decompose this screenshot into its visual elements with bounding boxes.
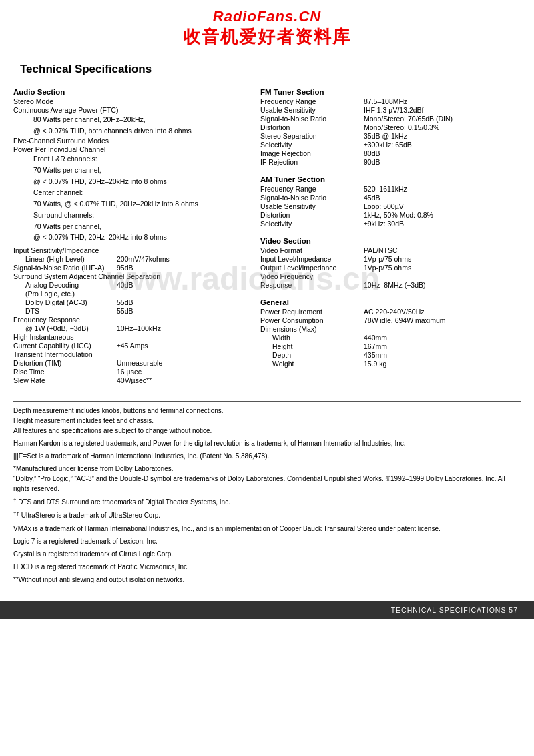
- dim-weight: Weight 15.9 kg: [260, 360, 521, 368]
- spec-row-hcc-2: Current Capability (HCC) ±45 Amps: [13, 342, 240, 350]
- spec-row-dts: DTS 55dB: [13, 307, 240, 315]
- spec-value: 80dB: [364, 149, 521, 157]
- footer-note-5: † DTS and DTS Surround are trademarks of…: [13, 496, 521, 507]
- spec-label: Rise Time: [13, 368, 117, 376]
- spec-label: Power Consumption: [260, 316, 364, 324]
- front-lr-val1: 70 Watts per channel,: [33, 165, 240, 175]
- spec-label: Weight: [260, 360, 364, 368]
- dimensions: Dimensions (Max): [260, 325, 521, 333]
- spec-label: Frequency Range: [260, 97, 364, 105]
- spec-label: Usable Sensitivity: [260, 202, 364, 210]
- power-detail-1: 80 Watts per channel, 20Hz–20kHz,: [33, 115, 240, 125]
- front-lr-val2: @ < 0.07% THD, 20Hz–20kHz into 8 ohms: [33, 177, 240, 187]
- spec-value: 200mV/47kohms: [117, 255, 240, 263]
- spec-value: 95dB: [117, 264, 240, 272]
- spec-value: ±300kHz: 65dB: [364, 141, 521, 149]
- video-format: Video Format PAL/NTSC: [260, 246, 521, 254]
- spec-value: [163, 272, 240, 280]
- spec-row-snr: Signal-to-Noise Ratio (IHF-A) 95dB: [13, 264, 240, 272]
- site-title-cn: 收音机爱好者资料库: [0, 25, 534, 49]
- surround-head: Surround channels:: [33, 210, 240, 220]
- surround-val1: 70 Watts per channel,: [33, 222, 240, 232]
- continuous-avg-power-label: Continuous Average Power (FTC): [13, 106, 240, 114]
- spec-label: Surround System Adjacent Channel Separat…: [13, 272, 163, 280]
- footer-note-8: Logic 7 is a registered trademark of Lex…: [13, 536, 521, 546]
- fm-freq-range: Frequency Range 87.5–108MHz: [260, 97, 521, 105]
- spec-label: Dimensions (Max): [260, 325, 364, 333]
- spec-label: Signal-to-Noise Ratio: [260, 194, 364, 202]
- spec-row-freq-resp: Frequency Response: [13, 316, 240, 324]
- spec-label: Depth: [260, 351, 364, 359]
- spec-label: Power Requirement: [260, 308, 364, 316]
- power-consumption: Power Consumption 78W idle, 694W maximum: [260, 316, 521, 324]
- spec-row-tim-1: Transient Intermodulation: [13, 350, 240, 358]
- fm-image-rejection: Image Rejection 80dB: [260, 149, 521, 157]
- spec-value: [117, 316, 240, 324]
- spec-label: Response: [260, 281, 364, 289]
- footer-bar-text: TECHNICAL SPECIFICATIONS 57: [391, 606, 518, 614]
- spec-label: Transient Intermodulation: [13, 350, 117, 358]
- fm-section-title: FM Tuner Section: [260, 88, 521, 96]
- spec-row-linear: Linear (High Level) 200mV/47kohms: [13, 255, 240, 263]
- footer-note-2: Harman Kardon is a registered trademark,…: [13, 438, 521, 448]
- am-section-title: AM Tuner Section: [260, 175, 521, 183]
- center-head: Center channel:: [33, 187, 240, 198]
- fm-if-rejection: IF Rejection 90dB: [260, 158, 521, 166]
- spec-value: 435mm: [364, 351, 521, 359]
- spec-value: ±9kHz: 30dB: [364, 220, 521, 228]
- fm-selectivity: Selectivity ±300kHz: 65dB: [260, 141, 521, 149]
- five-channel-label: Five-Channel Surround Modes: [13, 137, 240, 145]
- spec-label: Slew Rate: [13, 376, 117, 384]
- power-detail-2: @ < 0.07% THD, both channels driven into…: [33, 126, 240, 136]
- footer-note-10: HDCD is a registered trademark of Pacifi…: [13, 562, 521, 572]
- front-lr-head: Front L&R channels:: [33, 154, 240, 164]
- spec-value: [117, 333, 240, 341]
- spec-label: Frequency Range: [260, 185, 364, 193]
- spec-value: 520–1611kHz: [364, 185, 521, 193]
- spec-value: 90dB: [364, 158, 521, 166]
- spec-value: 40V/µsec**: [117, 376, 240, 384]
- spec-label: Analog Decoding: [13, 281, 117, 289]
- spec-label: Distortion: [260, 123, 364, 131]
- spec-value: 40dB: [117, 281, 240, 289]
- site-title-en: RadioFans.CN: [0, 8, 534, 25]
- spec-label: Signal-to-Noise Ratio: [260, 115, 364, 123]
- spec-value: 45dB: [364, 194, 521, 202]
- spec-value: 10Hz–8MHz (−3dB): [364, 281, 521, 289]
- spec-label: Distortion: [260, 211, 364, 219]
- spec-value: [117, 290, 240, 298]
- video-output: Output Level/Impedance 1Vp-p/75 ohms: [260, 264, 521, 272]
- spec-value: Unmeasurable: [117, 359, 240, 367]
- dim-depth: Depth 435mm: [260, 351, 521, 359]
- spec-value: Loop: 500µV: [364, 202, 521, 210]
- footer-note-7: VMAx is a trademark of Harman Internatio…: [13, 524, 521, 534]
- spec-label: Frequency Response: [13, 316, 117, 324]
- spec-row-rise: Rise Time 16 µsec: [13, 368, 240, 376]
- spec-row-hcc-1: High Instantaneous: [13, 333, 240, 341]
- spec-label: Video Frequency: [260, 272, 364, 280]
- video-freq: Video Frequency: [260, 272, 521, 280]
- footer-note-3: |||E=Set is a trademark of Harman Intern…: [13, 451, 521, 461]
- spec-row-input-sensitivity: Input Sensitivity/Impedance: [13, 246, 240, 254]
- footer-note-9: Crystal is a registered trademark of Cir…: [13, 549, 521, 559]
- stereo-mode-label: Stereo Mode: [13, 97, 240, 105]
- spec-row-dolby: Dolby Digital (AC-3) 55dB: [13, 298, 240, 306]
- spec-value: AC 220-240V/50Hz: [364, 308, 521, 316]
- video-input: Input Level/Impedance 1Vp-p/75 ohms: [260, 255, 521, 263]
- spec-row-tim-2: Distortion (TIM) Unmeasurable: [13, 359, 240, 367]
- spec-label: IF Rejection: [260, 158, 364, 166]
- fm-distortion: Distortion Mono/Stereo: 0.15/0.3%: [260, 123, 521, 131]
- spec-value: 55dB: [117, 298, 240, 306]
- page-title: Technical Specifications: [0, 59, 534, 81]
- spec-row-surround-sep: Surround System Adjacent Channel Separat…: [13, 272, 240, 280]
- spec-label: Distortion (TIM): [13, 359, 117, 367]
- spec-label: High Instantaneous: [13, 333, 117, 341]
- spec-value: 167mm: [364, 342, 521, 350]
- spec-label: Width: [260, 334, 364, 342]
- spec-value: [364, 272, 521, 280]
- spec-value: 16 µsec: [117, 368, 240, 376]
- spec-label: Height: [260, 342, 364, 350]
- spec-label: Image Rejection: [260, 149, 364, 157]
- spec-label: Input Sensitivity/Impedance: [13, 246, 117, 254]
- am-selectivity: Selectivity ±9kHz: 30dB: [260, 220, 521, 228]
